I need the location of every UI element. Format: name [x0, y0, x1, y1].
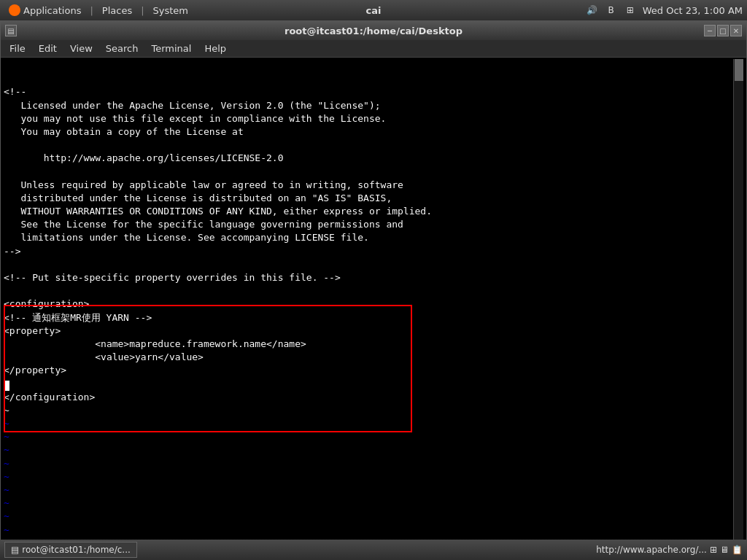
titlebar-left: ▤: [5, 25, 17, 36]
network-icon[interactable]: ⊞: [624, 4, 637, 17]
username-display: cai: [366, 5, 382, 16]
menu-search[interactable]: Search: [100, 42, 144, 55]
menu-help[interactable]: Help: [198, 42, 232, 55]
bottom-right-text: http://www.apache.org/...: [596, 545, 707, 555]
places-label: Places: [102, 5, 132, 16]
applications-menu[interactable]: Applications: [4, 3, 85, 18]
maximize-button[interactable]: □: [717, 25, 729, 36]
separator2: |: [139, 5, 145, 16]
terminal-output: <!-- Licensed under the Apache License, …: [4, 59, 733, 540]
bottom-icon1[interactable]: ⊞: [710, 545, 717, 555]
taskbar-center: cai: [366, 5, 382, 16]
terminal-text-area: <!-- Licensed under the Apache License, …: [4, 59, 733, 540]
taskbar-bottom: ▤ root@itcast01:/home/c... http://www.ap…: [0, 540, 747, 560]
bluetooth-icon[interactable]: B: [605, 4, 618, 17]
scrollbar-thumb[interactable]: [735, 59, 743, 81]
terminal-taskbar-item[interactable]: ▤ root@itcast01:/home/c...: [4, 542, 137, 558]
menu-terminal[interactable]: Terminal: [145, 42, 197, 55]
terminal-scrollbar[interactable]: [733, 59, 743, 540]
terminal-window: ▤ root@itcast01:/home/cai/Desktop ─ □ ✕ …: [0, 20, 747, 560]
taskbar-right: 🔊 B ⊞ Wed Oct 23, 1:00 AM: [586, 4, 743, 17]
places-menu[interactable]: Places: [98, 4, 136, 18]
taskbar-top: Applications | Places | System cai 🔊 B ⊞…: [0, 0, 747, 20]
taskbar-bottom-left: ▤ root@itcast01:/home/c...: [4, 542, 137, 558]
applications-label: Applications: [23, 5, 81, 16]
volume-icon[interactable]: 🔊: [586, 4, 599, 17]
terminal-menubar: File Edit View Search Terminal Help: [1, 40, 746, 58]
taskbar-left: Applications | Places | System: [4, 3, 193, 18]
terminal-taskitem-label: root@itcast01:/home/c...: [22, 545, 130, 555]
minimize-button[interactable]: ─: [704, 25, 716, 36]
terminal-title: root@itcast01:/home/cai/Desktop: [285, 26, 462, 36]
app-icon: [9, 4, 20, 16]
bottom-icon3[interactable]: 📋: [732, 545, 743, 555]
bottom-icon2[interactable]: 🖥: [720, 545, 729, 555]
window-icon-btn: ▤: [5, 25, 17, 36]
terminal-content[interactable]: <!-- Licensed under the Apache License, …: [1, 58, 746, 542]
menu-view[interactable]: View: [64, 42, 98, 55]
datetime-display: Wed Oct 23, 1:00 AM: [643, 5, 743, 16]
terminal-icon: ▤: [7, 27, 14, 35]
terminal-taskitem-icon: ▤: [11, 545, 19, 555]
titlebar-right: ─ □ ✕: [704, 25, 742, 36]
taskbar-bottom-right: http://www.apache.org/... ⊞ 🖥 📋: [596, 545, 743, 555]
menu-file[interactable]: File: [4, 42, 31, 55]
terminal-titlebar: ▤ root@itcast01:/home/cai/Desktop ─ □ ✕: [1, 21, 746, 40]
close-button[interactable]: ✕: [730, 25, 742, 36]
menu-edit[interactable]: Edit: [33, 42, 63, 55]
system-label: System: [153, 5, 188, 16]
system-menu[interactable]: System: [149, 4, 193, 18]
scrollbar-track: [734, 59, 743, 540]
separator1: |: [88, 5, 94, 16]
